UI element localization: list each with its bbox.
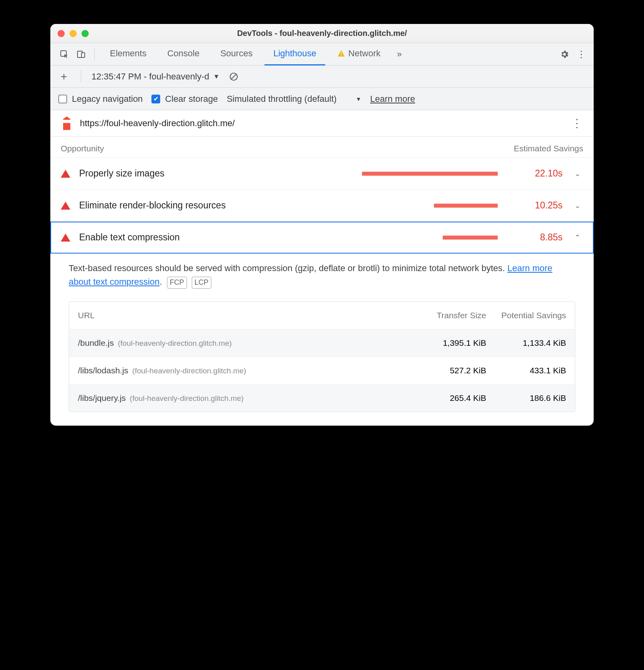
tab-label: Lighthouse bbox=[273, 48, 316, 59]
svg-line-6 bbox=[231, 74, 236, 79]
tab-sources[interactable]: Sources bbox=[211, 43, 261, 65]
resource-path[interactable]: /libs/lodash.js bbox=[78, 366, 128, 375]
traffic-lights bbox=[58, 30, 89, 37]
caret-down-icon: ▼ bbox=[213, 73, 220, 80]
savings-bar bbox=[362, 172, 498, 176]
metric-badge: LCP bbox=[192, 277, 211, 289]
opportunity-row-expanded[interactable]: Enable text compression 8.85s ⌃ bbox=[50, 222, 594, 254]
opportunity-row[interactable]: Properly size images 22.10s ⌄ bbox=[50, 158, 594, 190]
legacy-navigation-checkbox[interactable]: Legacy navigation bbox=[58, 94, 143, 104]
opportunities-header: Opportunity Estimated Savings bbox=[50, 137, 594, 158]
chevron-up-icon: ⌃ bbox=[571, 233, 583, 242]
tab-network[interactable]: Network bbox=[328, 43, 390, 65]
tab-label: Network bbox=[348, 48, 381, 59]
col-savings: Estimated Savings bbox=[514, 144, 583, 153]
savings-bar bbox=[443, 236, 498, 240]
learn-more-link[interactable]: Learn more bbox=[370, 94, 415, 104]
clear-report-icon[interactable] bbox=[227, 70, 241, 83]
warning-icon bbox=[337, 50, 345, 57]
titlebar: DevTools - foul-heavenly-direction.glitc… bbox=[50, 24, 594, 43]
col-potential-savings: Potential Savings bbox=[486, 311, 566, 320]
report-selector-label: 12:35:47 PM - foul-heavenly-d bbox=[91, 71, 209, 82]
col-transfer-size: Transfer Size bbox=[406, 311, 486, 320]
resource-size: 527.2 KiB bbox=[406, 366, 486, 375]
report-selector[interactable]: 12:35:47 PM - foul-heavenly-d ▼ bbox=[91, 71, 220, 82]
caret-down-icon: ▼ bbox=[356, 96, 362, 102]
opportunity-time: 10.25s bbox=[511, 200, 563, 211]
report-url: https://foul-heavenly-direction.glitch.m… bbox=[80, 118, 235, 129]
opportunity-time: 8.85s bbox=[511, 232, 563, 243]
table-header-row: URL Transfer Size Potential Savings bbox=[69, 302, 575, 329]
fail-triangle-icon bbox=[61, 234, 70, 242]
chevron-down-icon: ⌄ bbox=[571, 201, 583, 210]
savings-bar-track bbox=[173, 172, 502, 176]
resource-host: (foul-heavenly-direction.glitch.me) bbox=[130, 394, 244, 403]
tab-label: Elements bbox=[110, 48, 147, 59]
devtools-window: DevTools - foul-heavenly-direction.glitc… bbox=[50, 24, 594, 426]
settings-gear-icon[interactable] bbox=[558, 48, 571, 61]
minimize-window-button[interactable] bbox=[70, 30, 77, 37]
table-row: /bundle.js(foul-heavenly-direction.glitc… bbox=[69, 329, 575, 357]
tab-label: Console bbox=[167, 48, 200, 59]
savings-bar-track bbox=[189, 236, 502, 240]
metric-badge: FCP bbox=[167, 277, 187, 289]
opportunity-time: 22.10s bbox=[511, 168, 563, 179]
divider bbox=[94, 48, 95, 60]
checkbox-unchecked-icon bbox=[58, 95, 67, 103]
resource-size: 265.4 KiB bbox=[406, 393, 486, 403]
report-menu-icon[interactable]: ⋮ bbox=[571, 117, 583, 130]
opportunity-description: Text-based resources should be served wi… bbox=[50, 254, 594, 293]
col-url: URL bbox=[78, 311, 406, 320]
tab-elements[interactable]: Elements bbox=[101, 43, 155, 65]
lighthouse-logo-icon bbox=[61, 117, 73, 130]
tab-strip: Elements Console Sources Lighthouse Netw… bbox=[50, 43, 594, 65]
device-toolbar-icon[interactable] bbox=[74, 48, 88, 61]
svg-rect-2 bbox=[81, 53, 85, 57]
table-row: /libs/lodash.js(foul-heavenly-direction.… bbox=[69, 357, 575, 384]
checkbox-checked-icon: ✔ bbox=[151, 95, 160, 103]
checkbox-label: Clear storage bbox=[165, 94, 218, 104]
tab-lighthouse[interactable]: Lighthouse bbox=[264, 43, 325, 65]
fail-triangle-icon bbox=[61, 170, 70, 178]
opportunity-label: Eliminate render-blocking resources bbox=[79, 200, 226, 211]
chevron-down-icon: ⌄ bbox=[571, 169, 583, 178]
svg-rect-4 bbox=[341, 55, 342, 56]
savings-bar-track bbox=[235, 204, 502, 208]
fail-triangle-icon bbox=[61, 202, 70, 210]
tab-label: Sources bbox=[220, 48, 252, 59]
tab-console[interactable]: Console bbox=[159, 43, 209, 65]
clear-storage-checkbox[interactable]: ✔ Clear storage bbox=[151, 94, 218, 104]
resource-path[interactable]: /libs/jquery.js bbox=[78, 393, 126, 403]
col-opportunity: Opportunity bbox=[61, 144, 104, 153]
window-title: DevTools - foul-heavenly-direction.glitc… bbox=[50, 29, 594, 38]
resources-table: URL Transfer Size Potential Savings /bun… bbox=[69, 301, 575, 412]
lighthouse-options: Legacy navigation ✔ Clear storage Simula… bbox=[50, 88, 594, 110]
close-window-button[interactable] bbox=[58, 30, 65, 37]
more-tabs-icon[interactable]: » bbox=[393, 48, 406, 61]
description-text: Text-based resources should be served wi… bbox=[69, 263, 507, 273]
zoom-window-button[interactable] bbox=[81, 30, 89, 37]
new-report-button[interactable]: + bbox=[58, 70, 70, 83]
inspect-element-icon[interactable] bbox=[58, 48, 71, 61]
divider bbox=[81, 71, 81, 83]
throttling-select[interactable]: Simulated throttling (default) ▼ bbox=[227, 94, 361, 104]
svg-rect-3 bbox=[341, 53, 342, 55]
resource-size: 1,395.1 KiB bbox=[406, 338, 486, 348]
resource-path[interactable]: /bundle.js bbox=[78, 338, 114, 348]
kebab-menu-icon[interactable]: ⋮ bbox=[574, 48, 588, 61]
opportunity-label: Enable text compression bbox=[79, 232, 180, 243]
resource-savings: 186.6 KiB bbox=[486, 393, 566, 403]
resource-savings: 433.1 KiB bbox=[486, 366, 566, 375]
resource-host: (foul-heavenly-direction.glitch.me) bbox=[118, 339, 232, 348]
opportunity-label: Properly size images bbox=[79, 168, 164, 179]
throttling-label: Simulated throttling (default) bbox=[227, 94, 336, 104]
lighthouse-toolbar: + 12:35:47 PM - foul-heavenly-d ▼ bbox=[50, 65, 594, 88]
savings-bar bbox=[434, 204, 498, 208]
report-header: https://foul-heavenly-direction.glitch.m… bbox=[50, 110, 594, 137]
resource-savings: 1,133.4 KiB bbox=[486, 338, 566, 348]
resource-host: (foul-heavenly-direction.glitch.me) bbox=[132, 367, 246, 375]
table-row: /libs/jquery.js(foul-heavenly-direction.… bbox=[69, 384, 575, 412]
checkbox-label: Legacy navigation bbox=[72, 94, 143, 104]
opportunity-row[interactable]: Eliminate render-blocking resources 10.2… bbox=[50, 190, 594, 222]
